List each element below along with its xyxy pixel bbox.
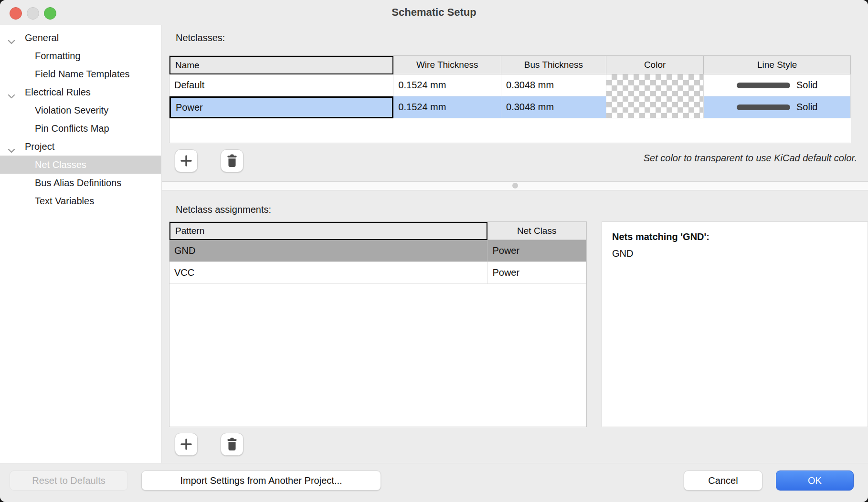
delete-netclass-button[interactable] (221, 149, 243, 172)
sidebar-item-project[interactable]: Project (0, 137, 161, 156)
assignment-row-vcc: VCC Power (169, 262, 586, 284)
reset-to-defaults-button: Reset to Defaults (10, 471, 128, 491)
net-classes-page: Netclasses: Name Wire Thickness Bus Thic… (162, 25, 868, 463)
sidebar-item-label: Text Variables (35, 196, 94, 207)
sidebar-item-formatting[interactable]: Formatting (0, 47, 161, 65)
chevron-down-icon[interactable] (8, 36, 15, 47)
cell-pattern[interactable]: GND (169, 240, 487, 262)
cell-name-focused[interactable]: Power (169, 96, 393, 118)
add-netclass-button[interactable] (175, 149, 198, 172)
cell-color-swatch-transparent[interactable] (606, 96, 704, 118)
transparency-checker (606, 74, 704, 96)
sidebar-item-pin-conflicts-map[interactable]: Pin Conflicts Map (0, 119, 161, 137)
column-header-bus-thickness[interactable]: Bus Thickness (501, 56, 606, 74)
add-assignment-button[interactable] (175, 433, 198, 456)
sidebar-item-bus-alias-definitions[interactable]: Bus Alias Definitions (0, 174, 161, 192)
column-header-name[interactable]: Name (169, 56, 393, 74)
sidebar-item-field-name-templates[interactable]: Field Name Templates (0, 65, 161, 83)
ok-button[interactable]: OK (776, 471, 854, 491)
sidebar-item-label: Electrical Rules (25, 87, 91, 98)
netclass-assignments-grid: Pattern Net Class GND Power VCC Power (169, 221, 587, 427)
matching-nets-panel: Nets matching 'GND': GND (602, 221, 868, 427)
column-header-wire-thickness[interactable]: Wire Thickness (393, 56, 501, 74)
column-header-pattern[interactable]: Pattern (169, 222, 487, 240)
sidebar-item-label: Pin Conflicts Map (35, 123, 109, 134)
matching-net-item: GND (612, 246, 868, 261)
sidebar-item-label: Violation Severity (35, 105, 108, 116)
plus-icon (180, 438, 192, 450)
cell-name[interactable]: Default (169, 74, 393, 96)
window-title: Schematic Setup (0, 0, 868, 25)
delete-assignment-button[interactable] (221, 433, 243, 456)
sidebar-item-violation-severity[interactable]: Violation Severity (0, 101, 161, 119)
panel-splitter[interactable] (162, 181, 868, 190)
column-header-color[interactable]: Color (606, 56, 704, 74)
sidebar-item-label: Net Classes (35, 159, 86, 170)
sidebar-item-label: Formatting (35, 51, 81, 62)
cell-line-style[interactable]: Solid (704, 74, 851, 96)
line-style-label: Solid (796, 102, 817, 113)
cell-net-class[interactable]: Power (487, 262, 586, 284)
cell-color-swatch-transparent[interactable] (606, 74, 704, 96)
sidebar-item-electrical-rules[interactable]: Electrical Rules (0, 83, 161, 101)
netclasses-label: Netclasses: (176, 32, 225, 43)
sidebar-item-label: Bus Alias Definitions (35, 178, 121, 188)
cell-bus-thickness[interactable]: 0.3048 mm (501, 96, 606, 118)
netclasses-grid: Name Wire Thickness Bus Thickness Color … (169, 55, 851, 143)
cell-pattern[interactable]: VCC (169, 262, 487, 284)
transparent-color-hint: Set color to transparent to use KiCad de… (644, 153, 857, 164)
cell-net-class[interactable]: Power (487, 240, 586, 262)
line-style-label: Solid (796, 80, 817, 91)
column-header-line-style[interactable]: Line Style (704, 56, 851, 74)
schematic-setup-dialog: Schematic Setup General Formatting Field… (0, 0, 868, 502)
solid-line-swatch-icon (737, 105, 790, 110)
dialog-footer: Reset to Defaults Import Settings from A… (0, 463, 868, 502)
cell-bus-thickness[interactable]: 0.3048 mm (501, 74, 606, 96)
solid-line-swatch-icon (737, 83, 790, 88)
netclass-row-power: Power 0.1524 mm 0.3048 mm Solid (169, 96, 851, 118)
splitter-handle-icon (512, 183, 518, 188)
chevron-down-icon[interactable] (8, 145, 15, 156)
cell-wire-thickness[interactable]: 0.1524 mm (393, 74, 501, 96)
assignments-header-row: Pattern Net Class (169, 222, 586, 240)
assignment-row-gnd: GND Power (169, 240, 586, 262)
settings-tree: General Formatting Field Name Templates … (0, 25, 161, 463)
chevron-down-icon[interactable] (8, 90, 15, 101)
trash-icon (226, 154, 238, 167)
assignments-label: Netclass assignments: (176, 204, 271, 215)
cell-line-style[interactable]: Solid (704, 96, 851, 118)
sidebar-item-label: Field Name Templates (35, 69, 130, 80)
matching-nets-title: Nets matching 'GND': (612, 230, 868, 244)
netclasses-header-row: Name Wire Thickness Bus Thickness Color … (169, 56, 851, 74)
sidebar-item-label: Project (25, 141, 54, 152)
column-header-net-class[interactable]: Net Class (487, 222, 586, 240)
cancel-button[interactable]: Cancel (684, 471, 762, 491)
sidebar-item-text-variables[interactable]: Text Variables (0, 192, 161, 210)
transparency-checker (606, 96, 704, 118)
sidebar-item-general[interactable]: General (0, 29, 161, 47)
cell-wire-thickness[interactable]: 0.1524 mm (393, 96, 501, 118)
sidebar-item-label: General (25, 32, 59, 43)
titlebar: Schematic Setup (0, 0, 868, 25)
sidebar-item-net-classes[interactable]: Net Classes (0, 156, 161, 174)
netclass-row-default: Default 0.1524 mm 0.3048 mm Solid (169, 74, 851, 96)
plus-icon (180, 155, 192, 167)
import-settings-button[interactable]: Import Settings from Another Project... (141, 471, 381, 491)
trash-icon (226, 438, 238, 451)
